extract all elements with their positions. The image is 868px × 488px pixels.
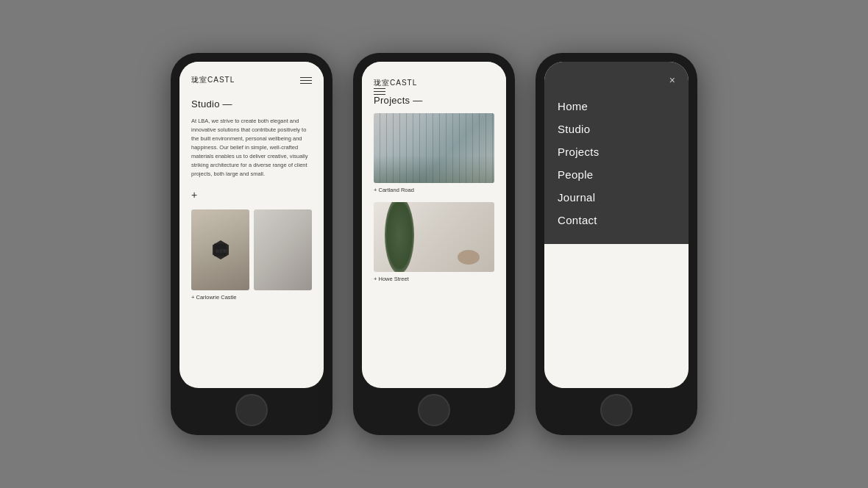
- phone-screen-nav: × Home Studio Projects People Journal Co…: [544, 62, 689, 388]
- phone-nav: × Home Studio Projects People Journal Co…: [536, 53, 697, 435]
- nav-item-projects[interactable]: Projects: [558, 141, 675, 162]
- svg-marker-0: [213, 240, 229, 259]
- studio-image-row: 会议室: [191, 209, 312, 290]
- studio-header: 珑室CASTL: [191, 75, 312, 85]
- projects-logo: 珑室CASTL: [374, 79, 417, 87]
- nav-item-journal[interactable]: Journal: [558, 187, 675, 208]
- phone-home-button-2[interactable]: [418, 394, 450, 426]
- studio-screen: 珑室CASTL Studio — At LBA, we strive to cr…: [179, 62, 324, 301]
- project-caption-2: + Howe Street: [374, 276, 494, 282]
- projects-section-title: Projects —: [374, 95, 494, 106]
- studio-plus-icon[interactable]: +: [191, 189, 312, 201]
- studio-section-title: Studio —: [191, 98, 312, 110]
- phone-home-button-1[interactable]: [235, 394, 268, 426]
- nav-screen: × Home Studio Projects People Journal Co…: [544, 62, 689, 244]
- project-caption-1: + Cartland Road: [374, 187, 494, 193]
- hamburger-icon-2[interactable]: [374, 88, 494, 95]
- phone-home-button-3[interactable]: [600, 394, 633, 426]
- close-icon[interactable]: ×: [669, 75, 675, 85]
- phone-screen-projects: 珑室CASTL Projects — + Cartland Road + How…: [362, 62, 506, 388]
- nav-item-contact[interactable]: Contact: [558, 209, 675, 231]
- hex-badge-icon: 会议室: [210, 239, 232, 261]
- hamburger-icon[interactable]: [300, 77, 312, 84]
- svg-text:会议室: 会议室: [215, 248, 226, 253]
- nav-header: ×: [558, 75, 675, 85]
- studio-body-text: At LBA, we strive to create both elegant…: [191, 117, 312, 179]
- phone-screen-studio: 珑室CASTL Studio — At LBA, we strive to cr…: [179, 62, 324, 388]
- projects-screen: 珑室CASTL Projects — + Cartland Road + How…: [362, 62, 506, 291]
- studio-caption: + Carlowrie Castle: [191, 294, 312, 301]
- nav-menu: Home Studio Projects People Journal Cont…: [558, 96, 675, 231]
- studio-logo: 珑室CASTL: [191, 75, 235, 85]
- phone-projects: 珑室CASTL Projects — + Cartland Road + How…: [353, 53, 515, 435]
- project-image-2: [374, 202, 494, 272]
- nav-item-people[interactable]: People: [558, 164, 675, 185]
- project-image-1: [374, 113, 494, 183]
- studio-image-right: [254, 209, 312, 290]
- phone-studio: 珑室CASTL Studio — At LBA, we strive to cr…: [171, 53, 332, 435]
- studio-image-left: 会议室: [191, 209, 249, 290]
- projects-header: 珑室CASTL: [374, 75, 494, 95]
- nav-item-studio[interactable]: Studio: [558, 118, 675, 140]
- nav-item-home[interactable]: Home: [558, 96, 675, 117]
